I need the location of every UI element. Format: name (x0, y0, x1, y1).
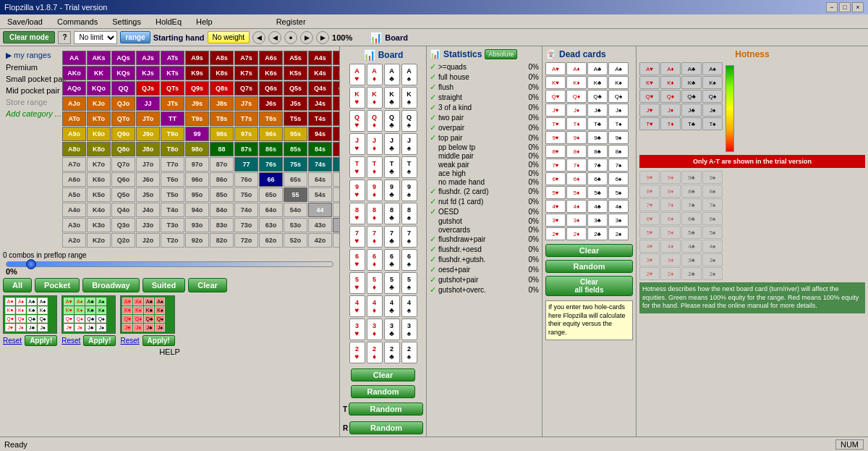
board-clear-button[interactable]: Clear (351, 368, 415, 382)
hand-cell[interactable]: J3s (333, 96, 340, 111)
hand-cell[interactable]: AKo (62, 66, 86, 80)
hand-cell[interactable]: A8s (210, 51, 234, 65)
hand-cell[interactable]: T5o (161, 187, 184, 202)
hand-cell[interactable]: 99 (185, 127, 209, 141)
hand-cell[interactable]: 53o (284, 218, 307, 232)
board-card[interactable]: 6♦ (367, 249, 383, 271)
dead-card[interactable]: 5♠ (608, 186, 629, 199)
hand-cell[interactable]: 75s (284, 157, 307, 172)
hand-cell[interactable]: K9o (87, 127, 111, 141)
hand-cell[interactable]: KJs (136, 66, 160, 80)
hand-cell[interactable]: AQo (62, 81, 86, 96)
help-button[interactable]: ? (58, 31, 71, 44)
board-card[interactable]: K♠ (401, 87, 417, 109)
hand-cell[interactable]: 98s (210, 127, 234, 141)
hand-cell[interactable]: K8o (87, 142, 111, 156)
hand-cell[interactable]: 73s (333, 157, 340, 172)
board-card[interactable]: 5♣ (384, 272, 400, 294)
menu-holdeq[interactable]: HoldEq (151, 16, 186, 28)
hand-cell[interactable]: QTs (161, 81, 184, 96)
hand-cell[interactable]: T4o (161, 203, 184, 217)
hand-cell[interactable]: KK (87, 66, 111, 80)
hand-cell[interactable]: AKs (87, 51, 111, 65)
hand-cell[interactable]: 95s (284, 127, 307, 141)
hand-cell[interactable]: 74s (308, 157, 332, 172)
hand-cell[interactable]: 75o (234, 187, 258, 202)
hand-cell[interactable]: Q7s (234, 81, 258, 96)
board-card[interactable]: Q♦ (367, 110, 383, 132)
dead-card[interactable]: 4♦ (566, 200, 587, 213)
dead-card[interactable]: 2♦ (566, 227, 587, 240)
board-card[interactable]: T♣ (384, 156, 400, 178)
hand-cell[interactable]: A7o (62, 157, 86, 172)
hand-cell[interactable]: 55 (284, 187, 307, 202)
range-mid-pocket[interactable]: Mid pocket pair (3, 85, 61, 96)
hand-cell[interactable]: 63o (259, 218, 283, 232)
board-card[interactable]: 7♦ (367, 226, 383, 248)
dead-card[interactable]: T♥ (545, 117, 566, 130)
hand-cell[interactable]: JTs (161, 96, 184, 111)
hand-cell[interactable]: J6s (259, 96, 283, 111)
hand-cell[interactable]: 83o (210, 218, 234, 232)
dead-card[interactable]: 4♣ (587, 200, 608, 213)
hand-cell[interactable]: 84s (308, 142, 332, 156)
circle-btn-2[interactable]: ◀ (268, 31, 281, 44)
hand-cell[interactable]: 98o (185, 142, 209, 156)
board-card[interactable]: 9♥ (349, 180, 365, 201)
slider-thumb[interactable] (26, 259, 36, 269)
dead-card[interactable]: 9♥ (545, 131, 566, 144)
menu-saveload[interactable]: Save/load (3, 16, 47, 28)
matrix-3-apply[interactable]: Apply! (142, 335, 175, 346)
hand-cell[interactable]: 44 (308, 203, 332, 217)
hand-cell[interactable]: J8s (210, 96, 234, 111)
dead-card[interactable]: 7♣ (587, 159, 608, 172)
hand-cell[interactable]: J6o (136, 172, 160, 187)
hand-cell[interactable]: 85s (284, 142, 307, 156)
hand-cell[interactable]: KJo (87, 96, 111, 111)
dead-card[interactable]: 5♣ (587, 186, 608, 199)
dead-card[interactable]: T♠ (608, 117, 629, 130)
hand-cell[interactable]: 84o (210, 203, 234, 217)
hand-cell[interactable]: A6o (62, 172, 86, 187)
menu-commands[interactable]: Commands (53, 16, 102, 28)
hand-cell[interactable]: 64s (308, 172, 332, 187)
board-t-random[interactable]: Random (349, 402, 423, 416)
board-card[interactable]: 4♣ (384, 295, 400, 317)
board-card[interactable]: 9♣ (384, 180, 400, 201)
hand-cell[interactable]: QQ (111, 81, 135, 96)
hand-cell[interactable]: T9o (161, 127, 184, 141)
window-controls[interactable]: − □ × (826, 2, 864, 12)
hand-cell[interactable]: 73o (234, 218, 258, 232)
hand-cell[interactable]: 62o (259, 233, 283, 248)
board-card[interactable]: Q♥ (349, 110, 365, 132)
hand-cell[interactable]: A9o (62, 127, 86, 141)
board-card[interactable]: 5♠ (401, 272, 417, 294)
board-card[interactable]: 9♠ (401, 180, 417, 201)
hand-cell[interactable]: K6o (87, 172, 111, 187)
matrix-2-apply[interactable]: Apply! (83, 335, 116, 346)
hand-cell[interactable]: 42o (308, 233, 332, 248)
hand-cell[interactable]: 43s (333, 203, 340, 217)
board-card[interactable]: 3♣ (384, 319, 400, 340)
dead-card[interactable]: J♥ (545, 104, 566, 117)
hand-cell[interactable]: A6s (259, 51, 283, 65)
hand-cell[interactable]: K5s (284, 66, 307, 80)
broadway-button[interactable]: Broadway (82, 278, 140, 292)
dead-card[interactable]: 8♣ (587, 145, 608, 158)
range-button[interactable]: range (120, 31, 150, 43)
board-card[interactable]: K♣ (384, 87, 400, 109)
hand-cell[interactable]: J7s (234, 96, 258, 111)
hand-cell[interactable]: Q4s (308, 81, 332, 96)
hand-cell[interactable]: KTs (161, 66, 184, 80)
hand-cell[interactable]: K9s (185, 66, 209, 80)
hand-cell[interactable]: QJo (111, 96, 135, 111)
hand-cell[interactable]: Q9s (185, 81, 209, 96)
hand-cell[interactable]: J4s (308, 96, 332, 111)
dead-card[interactable]: 9♣ (587, 131, 608, 144)
limit-select[interactable]: No limit (74, 31, 117, 44)
board-card[interactable]: K♥ (349, 87, 365, 109)
hand-cell[interactable]: Q5s (284, 81, 307, 96)
hand-cell[interactable]: 93s (333, 127, 340, 141)
hand-cell[interactable]: Q3o (111, 218, 135, 232)
dead-card[interactable]: K♣ (587, 76, 608, 89)
